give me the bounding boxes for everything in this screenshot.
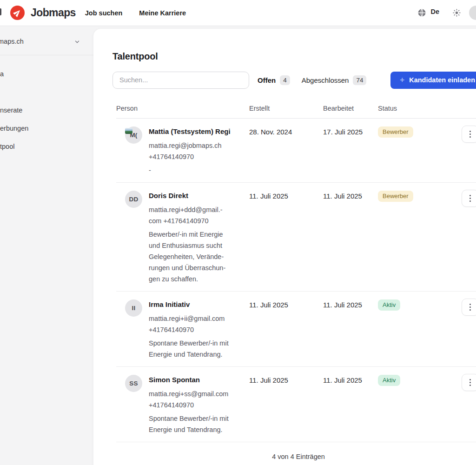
tab-offen[interactable]: Offen 4 (258, 75, 290, 85)
avatar: M( (125, 126, 142, 144)
column-bearbeitet: Bearbeitet (323, 105, 378, 112)
person-name: Simon Spontan (149, 375, 249, 385)
avatar: DD (125, 191, 142, 208)
theme-toggle-sun-icon[interactable] (452, 8, 461, 17)
avatar: II (125, 299, 142, 317)
person-contact: mattia.regi+ii@gmail.com+41764140970 (149, 313, 249, 335)
sidebar-item-inserate[interactable]: nserate (0, 106, 22, 114)
topbar: Jobmaps Job suchen Meine Karriere De (0, 0, 476, 26)
sidebar-item-firma[interactable]: a (0, 70, 4, 78)
table-row[interactable]: II Irma Initiativ mattia.regi+ii@gmail.c… (116, 292, 476, 367)
column-person: Person (116, 105, 249, 112)
avatar-initials: DD (129, 196, 139, 203)
cutoff-nav-icon (0, 8, 1, 15)
user-avatar[interactable] (469, 6, 476, 20)
person-contact: mattia.regi@jobmaps.ch+41764140970 (149, 140, 249, 162)
row-menu-button[interactable] (462, 190, 476, 207)
brand[interactable]: Jobmaps (10, 6, 76, 20)
edited-cell: 17. Juli 2025 (323, 126, 378, 176)
plus-icon: + (400, 75, 404, 85)
person-note: Bewerber/-in mit Energieund Enthusiasmus… (149, 229, 249, 285)
avatar-initials: II (132, 305, 136, 312)
jobmaps-logo-icon (10, 6, 25, 20)
talentpool-table: Person Erstellt Bearbeitet Status M( Mat… (116, 105, 476, 442)
sidebar-item-talentpool[interactable]: tpool (0, 143, 14, 150)
language-globe-icon[interactable] (417, 8, 426, 17)
table-footer: 4 von 4 Einträgen (112, 453, 476, 465)
status-badge: Bewerber (378, 126, 413, 138)
status-badge: Aktiv (378, 299, 400, 311)
person-contact: mattia.regi+ddd@gmail.-com +41764140970 (149, 204, 249, 226)
edited-cell: 11. Juli 2025 (323, 299, 378, 360)
created-cell: 11. Juli 2025 (249, 190, 323, 285)
avatar-image-icon (125, 128, 132, 134)
table-body: M( Mattia (Testsystem) Regi mattia.regi@… (116, 119, 476, 442)
table-header: Person Erstellt Bearbeitet Status (116, 105, 476, 119)
person-name: Irma Initiativ (149, 299, 249, 310)
table-row[interactable]: SS Simon Spontan mattia.regi+ss@gmail.co… (116, 367, 476, 442)
avatar: SS (125, 375, 142, 392)
table-row[interactable]: DD Doris Direkt mattia.regi+ddd@gmail.-c… (116, 183, 476, 292)
entries-count: 4 von 4 Einträgen (272, 453, 325, 460)
nav-job-suchen[interactable]: Job suchen (85, 9, 123, 17)
kebab-icon (469, 304, 471, 305)
edited-cell: 11. Juli 2025 (323, 190, 378, 285)
created-cell: 28. Nov. 2024 (249, 126, 323, 176)
avatar-initials: SS (129, 380, 138, 387)
created-cell: 11. Juli 2025 (249, 374, 323, 435)
person-name: Doris Direkt (149, 191, 249, 201)
language-label[interactable]: De (430, 8, 439, 15)
sidebar-item-bewerbungen[interactable]: erbungen (0, 125, 28, 132)
person-note: Spontane Bewerber/-in mitEnergie und Tat… (149, 338, 249, 360)
row-menu-button[interactable] (462, 126, 476, 143)
person-note: Spontane Bewerber/-in mitEnergie und Tat… (149, 413, 249, 435)
kebab-icon (469, 379, 471, 380)
person-name: Mattia (Testsystem) Regi (149, 126, 249, 137)
sidebar-divider (0, 55, 93, 55)
row-menu-button[interactable] (462, 299, 476, 316)
created-cell: 11. Juli 2025 (249, 299, 323, 360)
table-row[interactable]: M( Mattia (Testsystem) Regi mattia.regi@… (116, 119, 476, 183)
company-name: maps.ch (0, 38, 24, 45)
kebab-icon (469, 131, 471, 132)
status-badge: Bewerber (378, 191, 413, 202)
brand-name: Jobmaps (31, 7, 76, 19)
edited-cell: 11. Juli 2025 (323, 374, 378, 435)
kebab-icon (469, 195, 471, 196)
content-card: Talentpool Offen 4 Abgeschlossen 74 + Ka… (93, 29, 476, 465)
page-title: Talentpool (112, 51, 476, 62)
invite-candidates-button[interactable]: + Kandidaten einladen (390, 72, 476, 89)
nav-meine-karriere[interactable]: Meine Karriere (139, 9, 186, 17)
tab-abgeschlossen[interactable]: Abgeschlossen 74 (302, 75, 367, 85)
tab-abgeschlossen-count: 74 (353, 75, 366, 85)
top-navigation: Job suchen Meine Karriere (85, 9, 186, 17)
person-contact: mattia.regi+ss@gmail.com+41764140970 (149, 388, 249, 411)
person-note: - (149, 165, 249, 176)
toolbar: Offen 4 Abgeschlossen 74 + Kandidaten ei… (112, 72, 476, 88)
chevron-down-icon (74, 39, 80, 45)
status-badge: Aktiv (378, 375, 400, 386)
column-erstellt: Erstellt (249, 105, 323, 112)
search-input[interactable] (112, 72, 249, 89)
company-selector[interactable]: maps.ch (0, 37, 93, 46)
sidebar: maps.ch a nserate erbungen tpool (0, 26, 93, 465)
tab-offen-count: 4 (280, 75, 290, 85)
row-menu-button[interactable] (462, 374, 476, 391)
column-status: Status (378, 105, 462, 112)
